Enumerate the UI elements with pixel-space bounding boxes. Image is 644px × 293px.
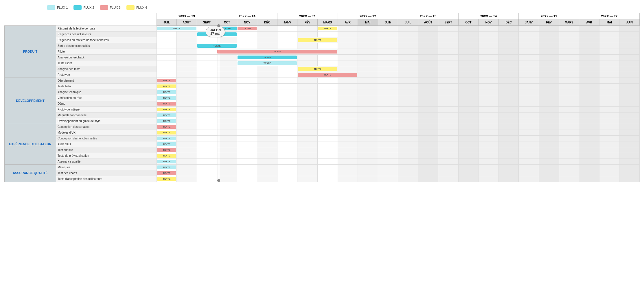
timeline-cell bbox=[539, 170, 559, 176]
timeline-cell bbox=[479, 78, 499, 84]
timeline-cell bbox=[277, 170, 297, 176]
timeline-cell bbox=[398, 95, 418, 101]
task-bar: TEXTE bbox=[157, 84, 176, 88]
timeline-cell bbox=[338, 95, 358, 101]
timeline-cell bbox=[398, 43, 418, 49]
timeline-cell bbox=[217, 141, 237, 147]
timeline-cell bbox=[579, 141, 599, 147]
timeline-cell bbox=[438, 89, 459, 95]
timeline-cell bbox=[458, 153, 479, 159]
timeline-cell bbox=[519, 101, 539, 107]
timeline-cell bbox=[378, 101, 398, 107]
timeline-cell bbox=[539, 130, 559, 136]
timeline-cell bbox=[519, 84, 539, 89]
timeline-cell bbox=[559, 130, 579, 136]
timeline-cell bbox=[418, 141, 438, 147]
table-row: DémoTEXTE bbox=[5, 101, 640, 107]
table-row: Test sur siteTEXTE bbox=[5, 147, 640, 153]
timeline-cell bbox=[479, 37, 499, 43]
timeline-cell bbox=[378, 136, 398, 141]
timeline-cell bbox=[318, 136, 338, 141]
quarter-header: 20XX — T3 bbox=[398, 13, 459, 19]
timeline-cell bbox=[257, 130, 277, 136]
timeline-cell bbox=[559, 84, 579, 89]
timeline-cell bbox=[398, 26, 418, 32]
timeline-cell bbox=[438, 78, 459, 84]
month-header: JANV bbox=[277, 19, 297, 26]
timeline-cell bbox=[318, 165, 338, 170]
task-bar: TEXTE bbox=[157, 142, 176, 146]
timeline-cell bbox=[619, 153, 640, 159]
timeline-cell bbox=[297, 170, 318, 176]
timeline-cell bbox=[237, 153, 257, 159]
timeline-cell bbox=[458, 170, 479, 176]
timeline-cell bbox=[479, 89, 499, 95]
timeline-cell bbox=[599, 72, 619, 78]
timeline-cell: TEXTE bbox=[157, 159, 177, 165]
timeline-cell bbox=[197, 153, 217, 159]
legend-item-flux3: FLUX 3 bbox=[100, 5, 121, 10]
timeline-cell: TEXTE bbox=[297, 37, 338, 43]
timeline-cell bbox=[338, 165, 358, 170]
timeline-cell bbox=[519, 37, 539, 43]
timeline-cell bbox=[398, 159, 418, 165]
table-row: EXPÉRIENCE UTILISATEURConception des sur… bbox=[5, 124, 640, 130]
table-row: Exigences en matière de fonctionnalitésT… bbox=[5, 37, 640, 43]
timeline-cell bbox=[539, 60, 559, 66]
timeline-cell bbox=[257, 159, 277, 165]
timeline-cell bbox=[479, 170, 499, 176]
timeline-cell bbox=[418, 165, 438, 170]
timeline-cell bbox=[338, 124, 358, 130]
task-bar: TEXTE bbox=[157, 90, 176, 94]
timeline-cell bbox=[257, 118, 277, 124]
timeline-cell bbox=[157, 37, 177, 43]
timeline-cell bbox=[539, 141, 559, 147]
timeline-cell bbox=[378, 170, 398, 176]
timeline-cell bbox=[277, 176, 297, 182]
timeline-cell bbox=[257, 95, 277, 101]
month-header: JUIL bbox=[398, 19, 418, 26]
timeline-cell bbox=[237, 176, 257, 182]
timeline-cell bbox=[398, 55, 418, 60]
timeline-cell bbox=[539, 153, 559, 159]
timeline-cell bbox=[257, 72, 277, 78]
task-bar: TEXTE bbox=[197, 44, 237, 48]
timeline-cell bbox=[318, 124, 338, 130]
timeline-cell bbox=[257, 113, 277, 118]
timeline-cell bbox=[619, 89, 640, 95]
timeline-cell bbox=[297, 165, 318, 170]
timeline-cell bbox=[378, 176, 398, 182]
timeline-cell bbox=[398, 118, 418, 124]
timeline-cell bbox=[498, 107, 519, 113]
timeline-cell bbox=[277, 141, 297, 147]
timeline-cell bbox=[539, 32, 559, 37]
timeline-cell: TEXTE bbox=[217, 26, 237, 32]
timeline-cell bbox=[358, 101, 378, 107]
task-name-cell: Métriques bbox=[56, 165, 157, 170]
timeline-cell bbox=[519, 113, 539, 118]
timeline-cell bbox=[418, 153, 438, 159]
timeline-cell bbox=[458, 118, 479, 124]
timeline-cell bbox=[398, 72, 418, 78]
legend-item-flux1: FLUX 1 bbox=[47, 5, 68, 10]
timeline-cell bbox=[217, 153, 237, 159]
timeline-cell bbox=[539, 165, 559, 170]
timeline-cell bbox=[519, 32, 539, 37]
timeline-cell bbox=[217, 89, 237, 95]
task-name-cell: Tests d'acceptation des utilisateurs bbox=[56, 176, 157, 182]
timeline-cell bbox=[358, 130, 378, 136]
timeline-cell bbox=[197, 147, 217, 153]
timeline-cell bbox=[378, 78, 398, 84]
timeline-cell bbox=[177, 32, 197, 37]
timeline-cell bbox=[177, 78, 197, 84]
task-name-cell: Analyse du feedback bbox=[56, 55, 157, 60]
timeline-cell bbox=[599, 78, 619, 84]
timeline-cell bbox=[398, 78, 418, 84]
timeline-cell bbox=[177, 113, 197, 118]
timeline-cell: TEXTE bbox=[237, 60, 297, 66]
timeline-cell bbox=[398, 84, 418, 89]
timeline-cell bbox=[479, 118, 499, 124]
timeline-cell bbox=[438, 170, 459, 176]
timeline-cell bbox=[519, 153, 539, 159]
timeline-cell bbox=[237, 170, 257, 176]
